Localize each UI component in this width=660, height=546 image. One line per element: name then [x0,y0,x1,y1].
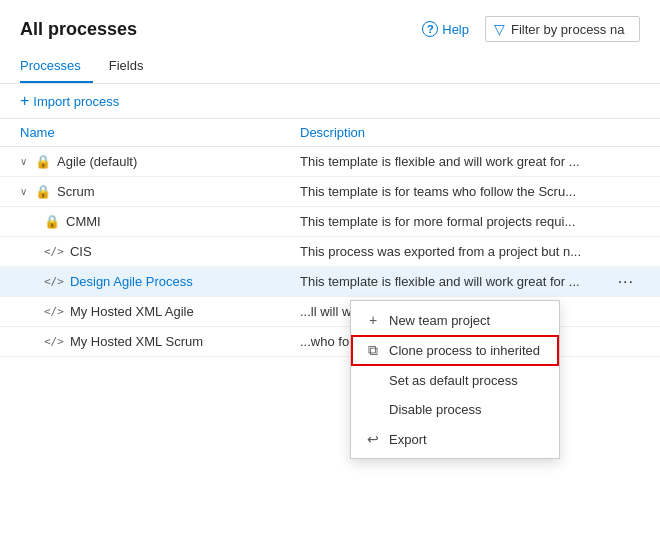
table-row: </> My Hosted XML Scrum ...who follow th… [0,327,660,357]
code-icon: </> [44,275,64,288]
help-label: Help [442,22,469,37]
row-name-cell: </> CIS [20,244,300,259]
row-desc: This template is for teams who follow th… [300,184,640,199]
row-name: Scrum [57,184,95,199]
menu-label: Clone process to inherited [389,343,540,357]
lock-icon: 🔒 [35,184,51,199]
table-row: 🔒 CMMI This template is for more formal … [0,207,660,237]
chevron-icon[interactable]: ∨ [20,156,27,167]
code-icon: </> [44,335,64,348]
row-actions-button[interactable]: ··· [612,271,640,293]
row-name: Agile (default) [57,154,137,169]
col-desc-header: Description [300,125,640,140]
row-name-cell: </> Design Agile Process [20,274,300,289]
page-title: All processes [20,19,137,40]
tab-fields[interactable]: Fields [109,50,156,83]
lock-icon: 🔒 [44,214,60,229]
row-name: My Hosted XML Scrum [70,334,203,349]
row-name-cell: </> My Hosted XML Agile [20,304,300,319]
tabs: Processes Fields [0,50,660,84]
row-name-cell: ∨ 🔒 Scrum [20,184,300,199]
row-name: My Hosted XML Agile [70,304,194,319]
row-desc: This process was exported from a project… [300,244,640,259]
menu-label: New team project [389,313,490,328]
row-name-cell: 🔒 CMMI [20,214,300,229]
processes-table: Name Description ∨ 🔒 Agile (default) Thi… [0,119,660,357]
plus-icon: + [20,92,29,110]
import-process-label: Import process [33,94,119,109]
chevron-icon[interactable]: ∨ [20,186,27,197]
table-row: ∨ 🔒 Scrum This template is for teams who… [0,177,660,207]
menu-item-clone-process[interactable]: ⧉ Clone process to inherited [351,335,559,357]
help-icon: ? [422,21,438,37]
copy-icon: ⧉ [365,342,381,357]
filter-box[interactable]: ▽ Filter by process na [485,16,640,42]
row-name: CMMI [66,214,101,229]
row-name-cell: ∨ 🔒 Agile (default) [20,154,300,169]
filter-placeholder: Filter by process na [511,22,624,37]
table-header: Name Description [0,119,660,147]
row-name-link[interactable]: Design Agile Process [70,274,193,289]
table-row: </> CIS This process was exported from a… [0,237,660,267]
row-name-cell: </> My Hosted XML Scrum [20,334,300,349]
row-desc: This template is for more formal project… [300,214,640,229]
tab-processes[interactable]: Processes [20,50,93,83]
code-icon: </> [44,305,64,318]
table-row: ∨ 🔒 Agile (default) This template is fle… [0,147,660,177]
row-desc: This template is flexible and will work … [300,154,640,169]
header-right: ? Help ▽ Filter by process na [422,16,640,42]
context-menu: + New team project ⧉ Clone process to in… [350,300,560,357]
table-row: </> Design Agile Process This template i… [0,267,660,297]
toolbar: + Import process [0,84,660,119]
page-header: All processes ? Help ▽ Filter by process… [0,0,660,42]
help-link[interactable]: ? Help [422,21,469,37]
filter-icon: ▽ [494,21,505,37]
row-desc: This template is flexible and will work … [300,274,640,289]
import-process-button[interactable]: + Import process [20,92,119,110]
col-name-header: Name [20,125,300,140]
row-name: CIS [70,244,92,259]
lock-icon: 🔒 [35,154,51,169]
table-row: </> My Hosted XML Agile ...ll will work … [0,297,660,327]
code-icon: </> [44,245,64,258]
plus-icon: + [365,312,381,328]
menu-item-new-team-project[interactable]: + New team project [351,305,559,335]
